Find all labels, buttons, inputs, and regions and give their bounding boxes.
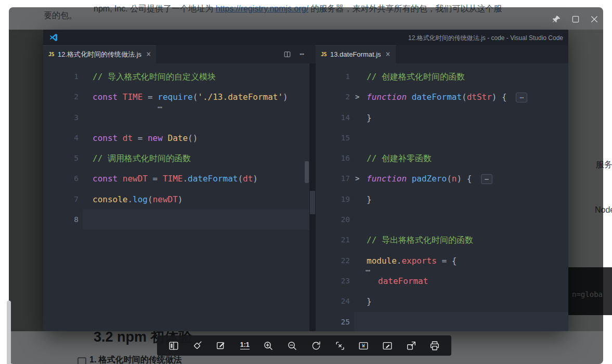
compare-icon[interactable] (166, 339, 181, 353)
export-icon[interactable] (404, 339, 419, 353)
editor-right[interactable]: 1// 创建格式化时间的函数2>function dateFormat(dtSt… (316, 63, 568, 331)
js-file-icon: JS (321, 51, 327, 57)
code-line: 22module.exports = {… (316, 251, 568, 271)
code-text: // 创建格式化时间的函数 (316, 67, 568, 87)
token: n (452, 174, 457, 184)
tab-left-file[interactable]: JS 12.格式化时间的传统做法.js × (43, 45, 156, 63)
token: dateFormat (378, 276, 428, 286)
token: module (367, 256, 397, 266)
editor-left[interactable]: 1// 导入格式化时间的自定义模块2const TIME = require('… (43, 63, 309, 331)
code-line: 20 (316, 210, 568, 230)
code-line: 7console.log(newDT) (43, 189, 309, 210)
token (118, 92, 123, 102)
code-line: 5// 调用格式化时间的函数 (43, 148, 309, 168)
token: // 创建格式化时间的函数 (367, 72, 465, 82)
actual-size-icon[interactable]: 1:1 (238, 339, 252, 353)
rotate-icon[interactable] (309, 339, 323, 353)
code-line: 2const TIME = require('./13.dateFormat')… (43, 87, 309, 107)
code-text: } (316, 189, 568, 210)
token: // 导入格式化时间的自定义模块 (93, 72, 216, 82)
scrollbar-thumb[interactable] (305, 161, 309, 183)
token: TIME (163, 174, 183, 184)
code-text: // 调用格式化时间的函数 (43, 148, 309, 168)
maximize-icon[interactable] (569, 13, 582, 25)
crop-icon[interactable] (333, 339, 347, 353)
token: newDT (123, 174, 148, 184)
zoom-in-icon[interactable] (261, 339, 276, 353)
tab-label: 12.格式化时间的传统做法.js (58, 50, 141, 59)
token: // 调用格式化时间的函数 (93, 153, 191, 163)
print-icon[interactable] (427, 339, 442, 353)
pin-icon[interactable] (550, 13, 563, 25)
edit-icon[interactable] (214, 339, 228, 353)
code-line: 25 (316, 312, 568, 331)
tab-close-icon[interactable]: × (386, 50, 390, 58)
token: function (367, 174, 407, 184)
token: dtStr (467, 92, 492, 102)
sash-thumb (310, 191, 315, 214)
code-line: 15 (316, 128, 568, 148)
token: ) (283, 92, 288, 102)
code-text: const newDT = TIME.dateFormat(dt) (43, 168, 309, 189)
window-title: 12.格式化时间的传统做法.js - code - Visual Studio … (408, 34, 563, 43)
more-actions-icon[interactable]: ⋯ (300, 50, 304, 58)
token: newDT (153, 194, 178, 204)
code-line: 1// 导入格式化时间的自定义模块 (43, 67, 309, 87)
token: } (367, 194, 372, 204)
token: ) { (492, 92, 512, 102)
code-text: console.log(newDT) (43, 189, 309, 210)
code-text: // 创建补零函数 (316, 148, 568, 168)
vscode-editors: 1// 导入格式化时间的自定义模块2const TIME = require('… (43, 63, 568, 331)
code-text: // 导入格式化时间的自定义模块 (43, 67, 309, 87)
code-line: 19} (316, 189, 568, 210)
vscode-logo-icon (49, 33, 58, 42)
line-number: 25 (316, 312, 350, 331)
code-text: // 导出将格式化时间的函数 (316, 230, 568, 250)
js-file-icon: JS (48, 51, 54, 57)
viewer-letterbox-left (9, 30, 43, 331)
code-text: } (316, 291, 568, 311)
close-icon[interactable] (588, 13, 601, 25)
code-line: 14} (316, 108, 568, 128)
vscode-tabbar: JS 12.格式化时间的传统做法.js × ⋯ JS 13.dateFormat… (43, 45, 568, 63)
line-number: 3 (43, 108, 79, 128)
folded-region-badge[interactable]: ⋯ (481, 174, 492, 184)
line-number: 8 (43, 210, 79, 230)
code-line: 3 (43, 108, 309, 128)
tab-label: 13.dateFormat.js (330, 50, 381, 58)
zoom-out-icon[interactable] (285, 339, 300, 353)
editor-sash[interactable] (309, 63, 316, 331)
token: log (133, 194, 148, 204)
code-line: 21// 导出将格式化时间的函数 (316, 230, 568, 250)
annotate-icon[interactable] (380, 339, 395, 353)
vscode-screenshot: 12.格式化时间的传统做法.js - code - Visual Studio … (43, 30, 568, 331)
actual-size-label: 1:1 (240, 342, 250, 350)
tab-right-file[interactable]: JS 13.dateFormat.js × (316, 45, 396, 63)
page-scrollbar[interactable] (7, 301, 11, 364)
split-editor-icon[interactable] (283, 50, 291, 58)
token: = (148, 174, 163, 184)
token: = (142, 92, 158, 102)
token (118, 174, 123, 184)
token: . (397, 256, 402, 266)
ellipsis-marker: … (158, 103, 162, 108)
folded-region-badge[interactable]: ⋯ (516, 93, 527, 102)
token: } (367, 113, 372, 123)
code-line: 4const dt = new Date() (43, 128, 309, 148)
token: ( (193, 92, 198, 102)
token: dt (243, 174, 253, 184)
token: = (133, 133, 148, 143)
color-picker-icon[interactable] (190, 339, 204, 353)
code-text: const TIME = require('./13.dateFormat') (43, 87, 309, 107)
tab-close-icon[interactable]: × (146, 50, 151, 58)
token: } (367, 296, 372, 306)
code-line: 23dateFormat (316, 271, 568, 291)
token: Date (168, 133, 188, 143)
token: exports (401, 256, 436, 266)
editor-group-right-tabs: JS 13.dateFormat.js × (316, 45, 568, 63)
fit-width-icon[interactable]: W (356, 339, 371, 353)
ellipsis-marker: … (366, 267, 370, 271)
code-line: 16// 创建补零函数 (316, 148, 568, 168)
token: const (93, 174, 118, 184)
code-line: 1// 创建格式化时间的函数 (316, 67, 568, 87)
